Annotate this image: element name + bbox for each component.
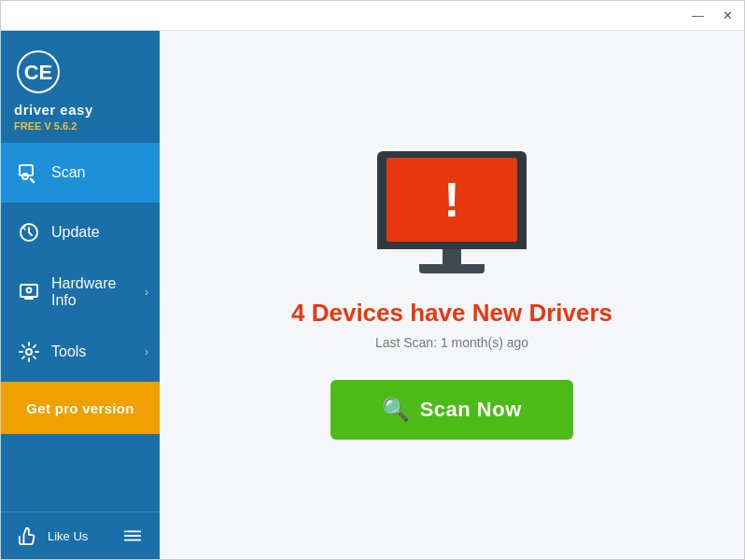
monitor-stand-base — [419, 264, 485, 273]
alert-screen: ! — [387, 158, 517, 242]
sidebar-item-scan-label: Scan — [51, 164, 85, 181]
tools-icon — [16, 339, 42, 365]
svg-text:CE: CE — [24, 61, 53, 84]
logo-version: FREE V 5.6.2 — [14, 120, 77, 132]
menu-icon[interactable] — [120, 524, 145, 548]
app-window: — ✕ CE driver easy FREE V 5.6.2 — [0, 0, 745, 560]
logo-area: CE driver easy FREE V 5.6.2 — [1, 31, 160, 143]
svg-line-4 — [31, 179, 34, 182]
svg-point-10 — [26, 349, 32, 355]
get-pro-button[interactable]: Get pro version — [1, 382, 160, 434]
scan-now-button[interactable]: 🔍 Scan Now — [330, 380, 573, 440]
title-bar: — ✕ — [1, 1, 744, 31]
monitor: ! — [377, 151, 527, 273]
scan-icon — [16, 160, 42, 186]
app-logo-icon: CE — [16, 49, 61, 94]
main-content: ! 4 Devices have New Drivers Last Scan: … — [160, 31, 744, 559]
svg-rect-6 — [21, 285, 37, 297]
sidebar-item-update-label: Update — [51, 224, 100, 241]
like-us-button[interactable]: Like Us — [16, 524, 88, 548]
sidebar-item-hardware-info[interactable]: Hardware Info › — [1, 262, 160, 322]
logo-text: driver easy — [14, 102, 93, 119]
hardware-info-chevron: › — [145, 286, 148, 299]
get-pro-label: Get pro version — [26, 400, 134, 416]
app-body: CE driver easy FREE V 5.6.2 — [1, 31, 744, 559]
sidebar-nav: Scan Update — [1, 143, 160, 511]
logo-icon-wrap: CE — [14, 48, 63, 96]
scan-now-label: Scan Now — [420, 398, 522, 422]
sidebar: CE driver easy FREE V 5.6.2 — [1, 31, 160, 559]
tools-chevron: › — [145, 345, 148, 358]
monitor-stand-neck — [443, 249, 461, 264]
thumbs-up-icon — [16, 524, 40, 548]
scan-now-icon: 🔍 — [382, 397, 411, 423]
window-controls: — ✕ — [688, 7, 737, 23]
sidebar-item-hardware-info-label: Hardware Info — [51, 275, 145, 309]
update-icon — [16, 219, 42, 245]
sidebar-footer: Like Us — [1, 511, 160, 559]
monitor-illustration: ! — [377, 151, 527, 273]
sidebar-item-update[interactable]: Update — [1, 203, 160, 262]
like-us-label: Like Us — [48, 529, 88, 543]
monitor-screen: ! — [377, 151, 527, 249]
exclamation-mark: ! — [443, 175, 459, 224]
svg-point-7 — [27, 288, 32, 293]
minimize-button[interactable]: — — [688, 7, 708, 23]
close-button[interactable]: ✕ — [719, 7, 737, 23]
last-scan-text: Last Scan: 1 month(s) ago — [375, 335, 528, 350]
sidebar-item-tools-label: Tools — [51, 343, 86, 360]
sidebar-item-scan[interactable]: Scan — [1, 143, 160, 203]
hardware-info-icon — [16, 279, 42, 305]
sidebar-item-tools[interactable]: Tools › — [1, 322, 160, 382]
alert-title: 4 Devices have New Drivers — [291, 299, 612, 328]
